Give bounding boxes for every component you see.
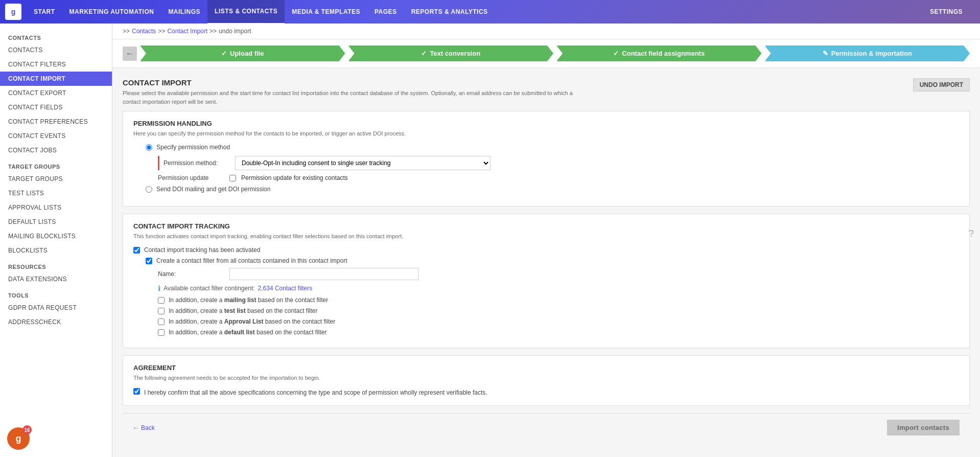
logo[interactable]: g <box>5 4 21 20</box>
nav-marketing-automation[interactable]: MARKETING AUTOMATION <box>62 0 161 24</box>
name-input[interactable] <box>229 268 418 280</box>
radio-specify-permission-label: Specify permission method <box>156 144 230 151</box>
step-text-conversion[interactable]: ✓ Text conversion <box>348 45 554 61</box>
sidebar-item-mailing-blocklists[interactable]: MAILING BLOCKLISTS <box>0 229 112 243</box>
user-avatar[interactable]: g 16 <box>7 427 30 450</box>
sidebar-item-data-extensions[interactable]: DATA EXTENSIONS <box>0 272 112 286</box>
agreement-section: AGREEMENT The following agreement needs … <box>123 355 970 406</box>
nav-settings[interactable]: SETTINGS <box>923 0 970 24</box>
user-notification-badge: 16 <box>22 425 32 435</box>
permission-handling-title: PERMISSION HANDLING <box>133 120 959 127</box>
permission-update-row: Permission update Permission update for … <box>158 174 959 181</box>
sidebar-item-contact-import[interactable]: CONTACT IMPORT <box>0 72 112 86</box>
agreement-title: AGREEMENT <box>133 364 959 372</box>
sidebar-section-tools: TOOLS <box>0 286 112 301</box>
sidebar-item-contact-events[interactable]: CONTACT EVENTS <box>0 129 112 143</box>
method-label: Permission method: <box>164 159 230 167</box>
sidebar-item-contacts[interactable]: CONTACTS <box>0 43 112 57</box>
bottom-bar: ← Back Import contacts <box>123 413 970 442</box>
sidebar-item-contact-filters[interactable]: CONTACT FILTERS <box>0 57 112 72</box>
contingent-link[interactable]: 2,634 Contact filters <box>258 285 313 292</box>
permission-update-label: Permission update <box>158 174 224 181</box>
agreement-label: I hereby confirm that all the above spec… <box>144 388 487 397</box>
sidebar-item-approval-lists[interactable]: APPROVAL LISTS <box>0 200 112 215</box>
nav-media-templates[interactable]: MEDIA & TEMPLATES <box>285 0 367 24</box>
back-arrow-icon: ← <box>133 424 139 431</box>
agreement-desc: The following agreement needs to be acce… <box>133 375 959 381</box>
tracking-activated-row: Contact import tracking has been activat… <box>133 246 959 254</box>
permission-update-checkbox[interactable] <box>229 175 236 181</box>
sidebar-item-default-lists[interactable]: DEFAULT LISTS <box>0 215 112 229</box>
main-content: >> Contacts >> Contact Import >> undo im… <box>112 24 980 457</box>
help-icon[interactable]: ? <box>969 228 974 239</box>
step-contact-field-assignments[interactable]: ✓ Contact field assignments <box>556 45 762 61</box>
back-link[interactable]: ← Back <box>133 424 155 431</box>
nav-mailings[interactable]: MAILINGS <box>161 0 207 24</box>
breadcrumb-contacts[interactable]: Contacts <box>132 28 156 35</box>
radio-doi-input[interactable] <box>146 186 152 193</box>
sidebar-section-target-groups: TARGET GROUPS <box>0 157 112 172</box>
sidebar-item-test-lists[interactable]: TEST LISTS <box>0 186 112 200</box>
sidebar-section-contacts: CONTACTS <box>0 29 112 43</box>
breadcrumb-contact-import[interactable]: Contact Import <box>167 28 207 35</box>
back-arrow-button[interactable]: ← <box>123 47 137 61</box>
nav-pages[interactable]: PAGES <box>367 0 404 24</box>
default-list-checkbox[interactable] <box>158 329 165 336</box>
sidebar-item-blocklists[interactable]: BLOCKLISTS <box>0 243 112 258</box>
tracking-indent: Create a contact filter from all contact… <box>146 257 959 336</box>
checkmark-icon: ✓ <box>221 50 227 57</box>
back-label: Back <box>141 424 155 431</box>
radio-doi: Send DOI mailing and get DOI permission <box>146 186 959 193</box>
import-contacts-button[interactable]: Import contacts <box>887 420 960 436</box>
agreement-row: I hereby confirm that all the above spec… <box>133 388 959 397</box>
step-permission-importation[interactable]: ✎ Permission & importation <box>765 45 970 61</box>
radio-doi-label: Send DOI mailing and get DOI permission <box>156 186 270 193</box>
mailing-list-row: In addition, create a mailing list based… <box>158 296 959 304</box>
tracking-activated-label: Contact import tracking has been activat… <box>144 246 260 254</box>
tracking-desc: This function activates contact import t… <box>133 233 959 239</box>
contingent-text: Available contact filter contingent: <box>164 285 255 292</box>
contingent-info-row: ℹ Available contact filter contingent: 2… <box>158 284 959 292</box>
permission-method-select[interactable]: Double-Opt-In including consent to singl… <box>235 156 491 170</box>
sidebar-item-contact-jobs[interactable]: CONTACT JOBS <box>0 143 112 157</box>
agreement-checkbox[interactable] <box>133 388 140 395</box>
mailing-list-label: In addition, create a mailing list based… <box>169 296 328 304</box>
approval-list-label: In addition, create a Approval List base… <box>169 318 335 325</box>
mailing-list-checkbox[interactable] <box>158 297 165 304</box>
nav-lists-contacts[interactable]: LISTS & CONTACTS <box>207 0 285 25</box>
approval-list-checkbox[interactable] <box>158 318 165 325</box>
filter-details-indent: Name: ℹ Available contact filter conting… <box>158 268 959 336</box>
nav-start[interactable]: START <box>27 0 62 24</box>
permission-update-checkbox-label: Permission update for existing contacts <box>241 174 348 181</box>
name-label: Name: <box>158 270 224 278</box>
default-list-row: In addition, create a default list based… <box>158 329 959 336</box>
test-list-checkbox[interactable] <box>158 308 165 314</box>
tracking-activated-checkbox[interactable] <box>133 247 140 254</box>
create-filter-checkbox[interactable] <box>146 258 152 264</box>
breadcrumb-undo-import: undo import <box>219 28 251 35</box>
undo-import-button[interactable]: UNDO IMPORT <box>913 78 970 92</box>
top-navigation: g START MARKETING AUTOMATION MAILINGS LI… <box>0 0 980 24</box>
test-list-row: In addition, create a test list based on… <box>158 307 959 314</box>
step-text-label: Text conversion <box>430 50 480 57</box>
permission-handling-desc: Here you can specify the permission meth… <box>133 130 959 136</box>
sidebar-item-gdpr[interactable]: GDPR DATA REQUEST <box>0 301 112 315</box>
radio-specify-permission-input[interactable] <box>146 144 152 151</box>
breadcrumb-sep1: >> <box>158 28 165 35</box>
pencil-icon: ✎ <box>823 50 828 57</box>
name-row: Name: <box>158 268 959 280</box>
sidebar-item-target-groups[interactable]: TARGET GROUPS <box>0 172 112 186</box>
sidebar-item-contact-export[interactable]: CONTACT EXPORT <box>0 86 112 100</box>
default-list-label: In addition, create a default list based… <box>169 329 327 336</box>
permission-method-row: Permission method: Double-Opt-In includi… <box>158 156 959 170</box>
sidebar-item-addresscheck[interactable]: ADDRESSCHECK <box>0 315 112 329</box>
sidebar-item-contact-fields[interactable]: CONTACT FIELDS <box>0 100 112 115</box>
step-fields-label: Contact field assignments <box>622 50 705 57</box>
contact-import-tracking-section: CONTACT IMPORT TRACKING This function ac… <box>123 214 970 348</box>
checkmark-icon3: ✓ <box>613 50 619 57</box>
nav-reports-analytics[interactable]: REPORTS & ANALYTICS <box>404 0 495 24</box>
breadcrumb-sep2: >> <box>209 28 217 35</box>
sidebar-item-contact-preferences[interactable]: CONTACT PREFERENCES <box>0 115 112 129</box>
create-filter-row: Create a contact filter from all contact… <box>146 257 959 264</box>
step-upload-file[interactable]: ✓ Upload file <box>140 45 345 61</box>
